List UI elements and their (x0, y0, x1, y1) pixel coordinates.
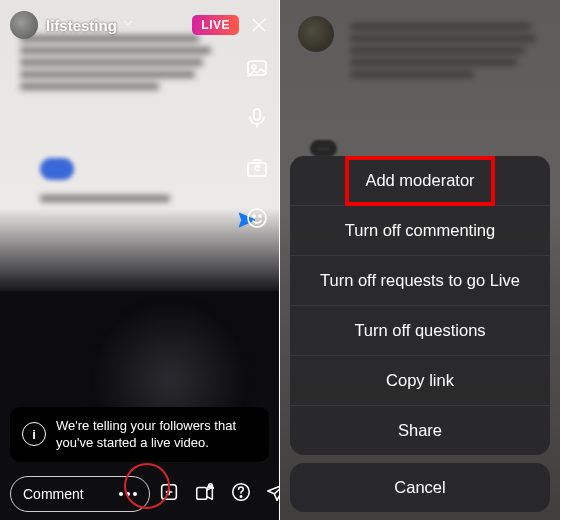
menu-turn-off-requests[interactable]: Turn off requests to go Live (290, 255, 550, 305)
close-icon[interactable] (249, 15, 269, 35)
effects-icon[interactable] (245, 206, 269, 234)
add-media-icon[interactable] (158, 481, 180, 507)
svg-point-11 (240, 496, 241, 497)
menu-copy-link[interactable]: Copy link (290, 355, 550, 405)
blurred-pill (40, 158, 74, 180)
action-sheet-cancel-group: Cancel (290, 463, 550, 512)
blurred-text (40, 190, 159, 207)
menu-share[interactable]: Share (290, 405, 550, 455)
svg-point-6 (259, 215, 261, 217)
live-broadcast-screen: lifstesting LIVE i We're telling your fo… (0, 0, 280, 520)
mic-icon[interactable] (245, 106, 269, 134)
comment-input[interactable]: Comment (10, 476, 150, 512)
svg-rect-2 (254, 109, 260, 120)
svg-rect-8 (197, 487, 207, 499)
svg-point-1 (252, 65, 256, 69)
invite-cohost-icon[interactable] (194, 481, 216, 507)
live-header: lifstesting LIVE (0, 8, 279, 42)
svg-point-5 (253, 215, 255, 217)
info-icon: i (22, 422, 46, 446)
comment-placeholder: Comment (23, 486, 84, 502)
svg-point-4 (248, 209, 266, 227)
action-sheet: Add moderator Turn off commenting Turn o… (290, 156, 550, 512)
media-icon[interactable] (245, 56, 269, 84)
live-badge: LIVE (192, 15, 239, 35)
menu-add-moderator[interactable]: Add moderator (290, 156, 550, 205)
menu-cancel[interactable]: Cancel (290, 463, 550, 512)
live-footer: Comment (0, 476, 279, 512)
more-options-icon[interactable] (119, 492, 137, 496)
chevron-down-icon[interactable] (121, 16, 135, 34)
question-icon[interactable] (230, 481, 252, 507)
options-sheet-screen: ···· Add moderator Turn off commenting T… (280, 0, 560, 520)
toast-text: We're telling your followers that you've… (56, 417, 257, 452)
menu-turn-off-commenting[interactable]: Turn off commenting (290, 205, 550, 255)
side-toolbar (245, 56, 269, 234)
action-sheet-group: Add moderator Turn off commenting Turn o… (290, 156, 550, 455)
share-icon[interactable] (266, 481, 280, 507)
avatar[interactable] (10, 11, 38, 39)
toast: i We're telling your followers that you'… (10, 407, 269, 462)
menu-turn-off-questions[interactable]: Turn off questions (290, 305, 550, 355)
camera-flip-icon[interactable] (245, 156, 269, 184)
username[interactable]: lifstesting (46, 17, 117, 34)
